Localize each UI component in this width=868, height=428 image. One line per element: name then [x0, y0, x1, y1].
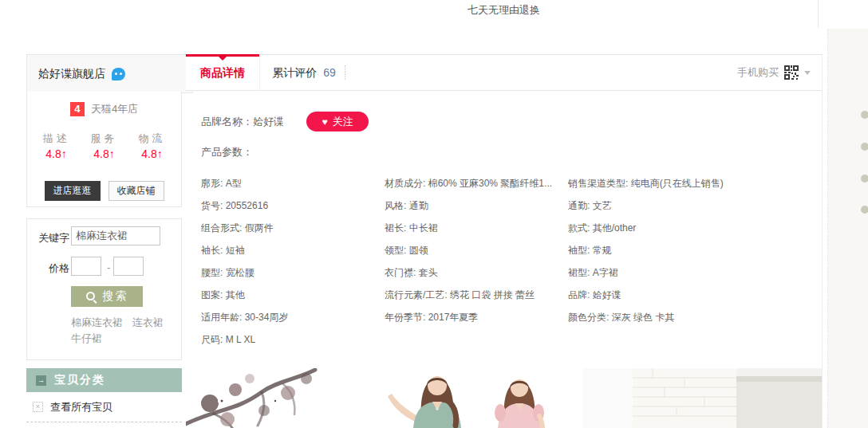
param-cell: 裙型: A字裙 — [568, 261, 814, 284]
param-cell: 年份季节: 2017年夏季 — [385, 306, 568, 328]
rating-labels-row: 描述 服务 物流 — [27, 132, 181, 146]
hot-keywords: 棉麻连衣裙 连衣裙 牛仔裙 — [71, 315, 179, 347]
tmall-year-badge: 4 — [70, 102, 85, 116]
service-promise-text: 七天无理由退换 — [186, 3, 822, 18]
qr-code-icon — [784, 65, 799, 80]
param-cell: 袖长: 短袖 — [201, 239, 385, 261]
wangwang-chat-icon[interactable] — [112, 68, 125, 80]
param-cell: 衣门襟: 套头 — [385, 261, 568, 284]
up-arrow-icon: ↑ — [109, 147, 115, 160]
param-cell: 通勤: 文艺 — [568, 194, 814, 217]
param-cell: 领型: 圆领 — [385, 239, 568, 261]
rating-value: 4.8↑ — [81, 147, 128, 160]
placeholder-image-icon: × — [33, 402, 43, 412]
panel-right-border — [822, 54, 823, 428]
up-arrow-icon: ↑ — [61, 147, 67, 160]
keyword-label: 关键字 — [38, 231, 69, 245]
enter-store-button[interactable]: 进店逛逛 — [45, 181, 101, 201]
price-separator: - — [107, 261, 110, 273]
param-cell: 图案: 其他 — [201, 284, 385, 306]
rating-label: 物流 — [128, 132, 176, 146]
param-cell: 尺码: M L XL — [201, 328, 385, 351]
rating-value: 4.8↑ — [33, 147, 81, 160]
store-name[interactable]: 姶好谍旗舰店 — [38, 67, 105, 81]
magnifier-icon — [86, 292, 97, 302]
param-cell: 裙长: 中长裙 — [385, 217, 568, 239]
search-button-label: 搜索 — [103, 289, 128, 304]
view-all-label: 查看所有宝贝 — [50, 400, 112, 414]
param-cell — [568, 328, 814, 351]
param-cell: 适用年龄: 30-34周岁 — [201, 306, 385, 328]
favorite-store-button[interactable]: 收藏店铺 — [108, 181, 164, 201]
param-cell: 腰型: 宽松腰 — [201, 261, 385, 284]
product-detail-page: 七天无理由退换 姶好谍旗舰店 4 天猫4年店 描述 服务 物流 4.8↑ 4.8… — [0, 0, 868, 428]
param-cell: 销售渠道类型: 纯电商(只在线上销售) — [568, 172, 814, 194]
chevron-down-icon — [804, 71, 811, 75]
tab-reviews-label: 累计评价 — [272, 66, 317, 79]
param-cell: 廓形: A型 — [201, 172, 385, 194]
store-info-panel: 4 天猫4年店 描述 服务 物流 4.8↑ 4.8↑ 4.8↑ 进店逛逛 收藏店… — [26, 92, 182, 207]
follow-label: 关注 — [333, 115, 353, 129]
reviews-count: 69 — [323, 66, 336, 79]
param-grid: 廓形: A型 材质成分: 棉60% 亚麻30% 聚酯纤维1... 销售渠道类型:… — [201, 172, 814, 351]
mobile-buy-label: 手机购买 — [737, 65, 779, 80]
hot-keyword-link[interactable]: 棉麻连衣裙 — [71, 316, 123, 328]
hot-keyword-link[interactable]: 牛仔裙 — [71, 332, 102, 344]
param-cell: 材质成分: 棉60% 亚麻30% 聚酯纤维1... — [385, 172, 568, 194]
param-cell: 袖型: 常规 — [568, 239, 814, 261]
param-cell — [385, 328, 568, 351]
price-label: 价格 — [49, 261, 69, 276]
param-cell: 货号: 20552616 — [201, 194, 385, 217]
store-badge-row: 4 天猫4年店 — [27, 102, 181, 116]
price-min-input[interactable] — [71, 257, 101, 276]
brand-row: 品牌名称： 姶好谍 ♥ 关注 — [201, 112, 369, 132]
follow-brand-button[interactable]: ♥ 关注 — [306, 112, 369, 132]
rating-value: 4.8↑ — [128, 147, 176, 160]
right-rail — [827, 29, 868, 428]
param-cell: 风格: 通勤 — [385, 194, 568, 217]
store-buttons-row: 进店逛逛 收藏店铺 — [27, 181, 181, 201]
active-tab-triangle-icon — [219, 57, 227, 61]
heart-icon: ♥ — [322, 117, 327, 127]
section-nav-dot[interactable] — [861, 111, 868, 119]
rating-label: 服务 — [81, 132, 128, 146]
param-cell: 款式: 其他/other — [568, 217, 814, 239]
param-cell: 组合形式: 假两件 — [201, 217, 385, 239]
param-cell: 颜色分类: 深灰 绿色 卡其 — [568, 306, 814, 328]
view-all-items-link[interactable]: × 查看所有宝贝 — [26, 392, 182, 422]
params-title: 产品参数： — [201, 145, 253, 159]
arrow-square-icon: → — [36, 375, 46, 386]
store-header: 姶好谍旗舰店 — [26, 54, 193, 93]
up-arrow-icon: ↑ — [157, 147, 163, 160]
hot-keyword-link[interactable]: 连衣裙 — [132, 316, 164, 328]
keyword-input[interactable] — [71, 226, 160, 245]
detail-tab-bar: 商品详情 累计评价 69 手机购买 — [186, 54, 822, 91]
category-section-header: → 宝贝分类 — [26, 368, 182, 392]
tab-reviews[interactable]: 累计评价 69 — [259, 55, 349, 90]
search-button[interactable]: 搜索 — [71, 286, 143, 307]
brand-name[interactable]: 姶好谍 — [253, 115, 284, 129]
rating-label: 描述 — [33, 132, 81, 146]
brand-label: 品牌名称： — [201, 115, 253, 129]
section-nav-dot[interactable] — [861, 175, 868, 183]
mobile-buy-widget[interactable]: 手机购买 — [737, 55, 811, 90]
section-nav-dot[interactable] — [861, 143, 868, 151]
param-cell: 品牌: 姶好谍 — [568, 284, 814, 306]
param-cell: 流行元素/工艺: 绣花 口袋 拼接 蕾丝 — [385, 284, 568, 306]
tmall-year-label: 天猫4年店 — [91, 102, 138, 116]
product-image-strip — [186, 368, 822, 428]
product-detail-image — [186, 368, 822, 428]
category-title: 宝贝分类 — [54, 373, 105, 387]
tab-separator — [345, 65, 346, 80]
section-nav-dot[interactable] — [861, 206, 868, 214]
rating-values-row: 4.8↑ 4.8↑ 4.8↑ — [27, 147, 181, 160]
store-search-panel: 关键字 价格 - 搜索 棉麻连衣裙 连衣裙 牛仔裙 — [26, 218, 182, 360]
price-max-input[interactable] — [113, 257, 144, 276]
top-divider — [818, 0, 819, 28]
